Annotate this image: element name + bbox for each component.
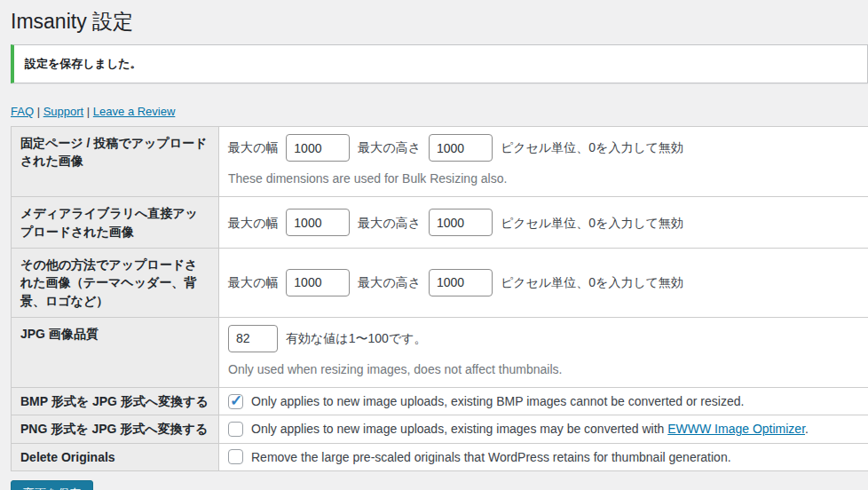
support-link[interactable]: Support [43, 105, 84, 118]
dimension-controls: 最大の幅 最大の高さ ピクセル単位、0を入力して無効 [228, 209, 859, 236]
pixel-hint-label: ピクセル単位、0を入力して無効 [501, 214, 683, 232]
settings-page: Imsanity 設定 設定を保存しました。 FAQ | Support | L… [0, 0, 868, 490]
link-separator: | [87, 105, 90, 118]
other-max-height-input[interactable] [429, 269, 493, 296]
row-description: These dimensions are used for Bulk Resiz… [228, 170, 859, 187]
dimension-controls: 最大の幅 最大の高さ ピクセル単位、0を入力して無効 [228, 134, 859, 162]
bmp-to-jpg-checkbox[interactable] [228, 394, 243, 409]
table-row-bmp-to-jpg: BMP 形式を JPG 形式へ変換する Only applies to new … [12, 388, 868, 415]
quality-hint-label: 有効な値は1〜100です。 [286, 329, 426, 347]
other-max-width-input[interactable] [286, 269, 350, 296]
png-text-after-link: . [805, 422, 809, 436]
row-description: Only used when resizing images, does not… [228, 360, 859, 378]
plugin-links: FAQ | Support | Leave a Review [11, 105, 868, 118]
setting-label-other-uploads: その他の方法でアップロードされた画像（テーマヘッダー、背景、ロゴなど） [12, 248, 219, 317]
table-row-other-uploads: その他の方法でアップロードされた画像（テーマヘッダー、背景、ロゴなど） 最大の幅… [12, 248, 868, 317]
pixel-hint-label: ピクセル単位、0を入力して無効 [501, 138, 683, 156]
setting-label-bmp-to-jpg: BMP 形式を JPG 形式へ変換する [12, 388, 219, 415]
max-width-label: 最大の幅 [228, 138, 278, 156]
delete-originals-checkbox[interactable] [228, 449, 243, 464]
ewww-optimizer-link[interactable]: EWWW Image Optimizer [667, 422, 805, 436]
delete-originals-option: Remove the large pre-scaled originals th… [228, 448, 859, 466]
bmp-to-jpg-option: Only applies to new image uploads, exist… [228, 392, 859, 410]
success-notice: 設定を保存しました。 [11, 44, 868, 83]
table-row-delete-originals: Delete Originals Remove the large pre-sc… [12, 443, 868, 470]
setting-label-page-post-uploads: 固定ページ / 投稿でアップロードされた画像 [12, 127, 219, 197]
table-row-media-library-uploads: メディアライブラリへ直接アップロードされた画像 最大の幅 最大の高さ ピクセル単… [12, 197, 868, 249]
library-max-width-input[interactable] [286, 209, 350, 236]
imsanity-settings-table: 固定ページ / 投稿でアップロードされた画像 最大の幅 最大の高さ ピクセル単位… [11, 126, 868, 471]
max-width-label: 最大の幅 [228, 273, 278, 291]
link-separator: | [37, 105, 40, 118]
png-to-jpg-checkbox[interactable] [228, 422, 243, 437]
setting-label-jpg-quality: JPG 画像品質 [12, 317, 219, 387]
max-height-label: 最大の高さ [358, 273, 421, 291]
quality-controls: 有効な値は1〜100です。 [228, 325, 859, 352]
delete-originals-text: Remove the large pre-scaled originals th… [251, 448, 731, 466]
max-height-label: 最大の高さ [358, 138, 421, 156]
pixel-hint-label: ピクセル単位、0を入力して無効 [501, 273, 683, 291]
library-max-height-input[interactable] [429, 209, 493, 236]
setting-label-png-to-jpg: PNG 形式を JPG 形式へ変換する [12, 415, 219, 443]
png-to-jpg-text: Only applies to new image uploads, exist… [251, 420, 809, 438]
max-height-label: 最大の高さ [358, 214, 421, 232]
setting-label-media-library-uploads: メディアライブラリへ直接アップロードされた画像 [12, 197, 219, 249]
setting-label-delete-originals: Delete Originals [12, 443, 219, 470]
png-to-jpg-option: Only applies to new image uploads, exist… [228, 420, 859, 438]
dimension-controls: 最大の幅 最大の高さ ピクセル単位、0を入力して無効 [228, 269, 859, 296]
table-row-jpg-quality: JPG 画像品質 有効な値は1〜100です。 Only used when re… [12, 317, 868, 387]
bmp-to-jpg-text: Only applies to new image uploads, exist… [251, 392, 744, 410]
page-post-max-width-input[interactable] [286, 134, 350, 162]
jpg-quality-input[interactable] [228, 325, 278, 352]
review-link[interactable]: Leave a Review [93, 105, 176, 118]
save-changes-button[interactable]: 変更を保存 [11, 480, 93, 490]
table-row-png-to-jpg: PNG 形式を JPG 形式へ変換する Only applies to new … [12, 415, 868, 443]
max-width-label: 最大の幅 [228, 214, 278, 232]
faq-link[interactable]: FAQ [11, 105, 34, 118]
page-title: Imsanity 設定 [11, 0, 868, 41]
png-text-before-link: Only applies to new image uploads, exist… [251, 422, 667, 436]
success-notice-message: 設定を保存しました。 [25, 54, 856, 74]
table-row-page-post-uploads: 固定ページ / 投稿でアップロードされた画像 最大の幅 最大の高さ ピクセル単位… [12, 127, 868, 197]
page-post-max-height-input[interactable] [429, 134, 493, 162]
